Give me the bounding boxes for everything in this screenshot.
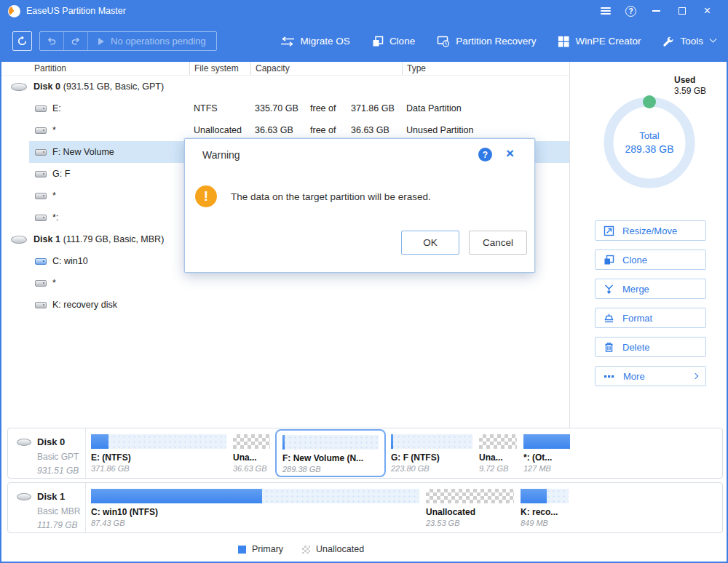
title-bar: EaseUS Partition Master ? × — [1, 1, 727, 20]
chevron-right-icon — [692, 373, 698, 379]
partition-icon — [35, 215, 47, 221]
table-row-disk0[interactable]: Disk 0(931.51 GB, Basic, GPT) — [1, 76, 569, 97]
merge-icon — [604, 284, 614, 295]
partition-usage-bar — [391, 434, 472, 449]
partition-label: E: (NTFS) — [91, 452, 226, 463]
system-partition-icon — [35, 258, 47, 265]
app-window: EaseUS Partition Master ? × No operation… — [0, 0, 728, 563]
partition-label: Una... — [479, 452, 517, 463]
unallocated-bar — [426, 489, 514, 503]
format-button[interactable]: Format — [595, 308, 706, 328]
partition-icon — [35, 105, 47, 112]
partition-usage-bar — [282, 435, 379, 450]
partition-label: C: win10 (NTFS) — [91, 507, 419, 517]
delete-button[interactable]: Delete — [595, 337, 706, 357]
toolbar: No operations pending Migrate OS Clone P… — [1, 20, 727, 62]
header-file-system: File system — [189, 62, 250, 75]
more-button[interactable]: More — [595, 366, 706, 386]
partition-icon — [35, 280, 47, 287]
total-capacity-label: Total 289.38 GB — [598, 92, 700, 193]
winpe-creator-button[interactable]: WinPE Creator — [558, 36, 641, 47]
partition-size: 371.86 GB — [91, 464, 226, 473]
disk-icon — [11, 236, 27, 244]
warning-dialog: Warning ? × ! The data on the target par… — [184, 138, 535, 273]
partition-size: 9.72 GB — [479, 464, 517, 473]
merge-button[interactable]: Merge — [595, 279, 706, 299]
partition-icon — [35, 127, 47, 134]
partition-block[interactable]: Unallocated23.53 GB — [424, 486, 515, 530]
partition-size: 223.80 GB — [391, 464, 472, 473]
disk0-info[interactable]: Disk 0 Basic GPT 931.51 GB — [8, 428, 86, 478]
partition-block[interactable]: Una...9.72 GB — [478, 431, 518, 475]
hamburger-icon — [601, 7, 611, 15]
disk1-info[interactable]: Disk 1 Basic MBR 111.79 GB — [8, 483, 86, 532]
table-row-k-recovery[interactable]: K: recovery disk — [1, 294, 569, 316]
partition-block[interactable]: K: reco...849 MB — [519, 486, 570, 530]
partition-icon — [35, 171, 47, 177]
tools-button[interactable]: Tools — [662, 36, 716, 47]
more-icon — [604, 371, 615, 382]
table-row-e[interactable]: E: NTFS 335.70 GBfree of371.86 GB Data P… — [1, 97, 569, 119]
maximize-icon — [678, 7, 686, 15]
partition-block[interactable]: *: (Ot...127 MB — [522, 431, 571, 475]
clone-button[interactable]: Clone — [372, 36, 415, 47]
cancel-button[interactable]: Cancel — [469, 231, 527, 255]
partition-icon — [35, 302, 47, 308]
primary-swatch-icon — [238, 546, 246, 554]
close-button[interactable]: × — [695, 1, 720, 20]
minimize-button[interactable] — [644, 1, 669, 20]
refresh-button[interactable] — [12, 31, 32, 51]
partition-size: 849 MB — [521, 519, 569, 527]
partition-size: 36.63 GB — [233, 464, 270, 473]
play-icon — [98, 38, 104, 45]
disk-icon — [17, 439, 31, 446]
partition-usage-bar — [521, 489, 569, 503]
legend-primary: Primary — [238, 544, 283, 554]
clone-side-button[interactable]: Clone — [595, 249, 706, 270]
partition-block[interactable]: C: win10 (NTFS)87.43 GB — [90, 486, 421, 530]
clone-icon — [604, 255, 614, 265]
partition-label: G: F (NTFS) — [391, 452, 472, 463]
close-icon: × — [704, 5, 711, 17]
partition-usage-bar — [523, 434, 570, 449]
disk0-partitions: E: (NTFS)371.86 GBUna...36.63 GBF: New V… — [90, 431, 571, 475]
diskmap-disk1: Disk 1 Basic MBR 111.79 GB C: win10 (NTF… — [7, 482, 723, 533]
redo-button[interactable] — [64, 32, 88, 50]
ok-button[interactable]: OK — [401, 231, 459, 255]
header-partition: Partition — [1, 63, 189, 73]
chevron-down-icon — [710, 36, 717, 43]
partition-icon — [35, 149, 47, 156]
refresh-icon — [17, 36, 28, 47]
table-header: Partition File system Capacity Type — [1, 62, 569, 76]
partition-block[interactable]: Una...36.63 GB — [232, 431, 272, 475]
dialog-help-icon[interactable]: ? — [478, 148, 492, 161]
menu-button[interactable] — [593, 1, 618, 20]
help-icon: ? — [625, 6, 636, 17]
legend: Primary Unallocated — [238, 544, 364, 554]
disk-icon — [17, 493, 31, 500]
partition-label: K: reco... — [521, 507, 569, 517]
partition-block[interactable]: F: New Volume (N...289.38 GB — [275, 429, 386, 477]
partition-label: Una... — [233, 452, 270, 463]
main-content: Partition File system Capacity Type Disk… — [1, 62, 727, 562]
partition-recovery-button[interactable]: Partition Recovery — [437, 36, 536, 47]
app-title: EaseUS Partition Master — [26, 6, 126, 16]
right-sidebar: Used 3.59 GB Total 289.38 GB Resize/Move… — [570, 62, 728, 428]
partition-block[interactable]: E: (NTFS)371.86 GB — [90, 431, 228, 475]
partition-label: Unallocated — [426, 507, 514, 517]
unallocated-swatch-icon — [302, 546, 310, 554]
undo-button[interactable] — [40, 32, 64, 50]
resize-move-button[interactable]: Resize/Move — [595, 220, 706, 241]
delete-icon — [604, 342, 614, 353]
partition-block[interactable]: G: F (NTFS)223.80 GB — [389, 431, 474, 475]
dialog-close-icon[interactable]: × — [506, 146, 514, 160]
clone-icon — [372, 36, 384, 47]
table-row-star3[interactable]: * — [1, 272, 569, 294]
winpe-creator-icon — [558, 36, 569, 47]
help-button[interactable]: ? — [618, 1, 644, 20]
migrate-os-button[interactable]: Migrate OS — [280, 36, 350, 47]
unallocated-bar — [479, 434, 517, 449]
partition-size: 87.43 GB — [91, 519, 419, 527]
unallocated-bar — [233, 434, 270, 449]
maximize-button[interactable] — [669, 1, 695, 20]
